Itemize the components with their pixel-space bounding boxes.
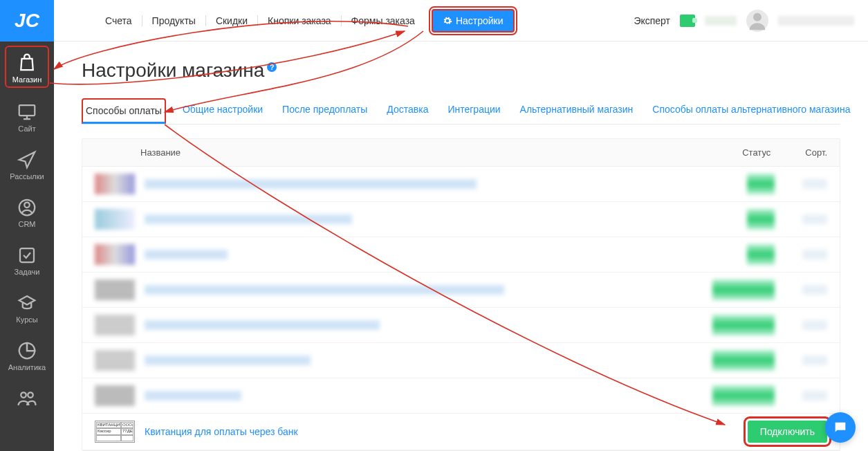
col-name: Название [140, 147, 181, 158]
menu-products[interactable]: Продукты [142, 15, 206, 26]
graduation-icon [17, 293, 37, 313]
sidebar-item-mail[interactable]: Рассылки [5, 144, 49, 183]
header: Счета Продукты Скидки Кнопки заказа Форм… [54, 0, 868, 42]
shopping-bag-icon [17, 53, 37, 73]
table-row[interactable] [82, 237, 840, 273]
table-header: Название Статус Сорт. [82, 139, 840, 167]
expert-link[interactable]: Эксперт [634, 15, 670, 26]
sidebar-item-analytics[interactable]: Аналитика [5, 335, 49, 374]
menu-invoices[interactable]: Счета [95, 15, 142, 26]
sidebar-item-label: Задачи [15, 268, 40, 276]
sidebar-item-label: Аналитика [8, 363, 46, 371]
tab-general[interactable]: Общие настройки [180, 98, 266, 124]
sidebar-item-users[interactable] [5, 383, 49, 414]
svg-rect-0 [19, 105, 35, 116]
sidebar-item-label: Рассылки [10, 172, 44, 181]
check-square-icon [17, 245, 37, 266]
table-row[interactable] [82, 273, 840, 308]
main-content: Настройки магазина ? Способы оплаты Общи… [54, 42, 868, 451]
sidebar-item-label: Магазин [12, 75, 41, 84]
balance-amount [705, 16, 737, 26]
menu-order-buttons[interactable]: Кнопки заказа [258, 15, 342, 26]
settings-button[interactable]: Настройки [432, 9, 515, 33]
settings-button-label: Настройки [456, 15, 504, 26]
sidebar-item-label: Сайт [18, 125, 35, 133]
col-status: Статус [742, 147, 770, 158]
help-icon[interactable]: ? [267, 62, 277, 72]
sidebar: JC Магазин Сайт Рассылки CRM Задачи Курс… [0, 0, 54, 451]
connect-button[interactable]: Подключить [748, 421, 827, 443]
wallet-icon[interactable] [680, 15, 695, 27]
tabs: Способы оплаты Общие настройки После пре… [82, 98, 840, 125]
svg-point-4 [21, 392, 26, 398]
chat-bubble-button[interactable] [825, 412, 856, 443]
header-right: Эксперт [634, 10, 854, 32]
monitor-icon [17, 102, 37, 122]
tab-alt-store[interactable]: Альтернативный магазин [517, 98, 636, 124]
chat-icon [833, 420, 848, 435]
svg-rect-3 [20, 248, 34, 262]
user-circle-icon [17, 197, 37, 218]
svg-point-6 [754, 13, 761, 21]
pie-chart-icon [17, 340, 37, 361]
sidebar-item-label: CRM [18, 220, 35, 228]
logo: JC [0, 0, 54, 42]
users-icon [17, 388, 37, 409]
sidebar-item-courses[interactable]: Курсы [5, 287, 49, 326]
col-sort: Сорт. [805, 147, 827, 158]
table-row[interactable] [82, 378, 840, 414]
sidebar-item-shop[interactable]: Магазин [5, 46, 49, 88]
username-label [778, 16, 854, 26]
page-title: Настройки магазина ? [82, 59, 840, 82]
tab-after-prepay[interactable]: После предоплаты [279, 98, 370, 124]
payment-methods-table: Название Статус Сорт. КВИТАНЦИЯООО» Касс… [82, 138, 840, 451]
sidebar-item-label: Курсы [16, 315, 37, 324]
table-row[interactable] [82, 308, 840, 343]
table-row[interactable] [82, 343, 840, 378]
table-row[interactable] [82, 202, 840, 237]
bank-receipt-link[interactable]: Квитанция для оплаты через банк [145, 426, 298, 437]
tab-payment-methods[interactable]: Способы оплаты [82, 98, 166, 124]
menu-order-forms[interactable]: Формы заказа [342, 15, 425, 26]
sidebar-item-tasks[interactable]: Задачи [5, 239, 49, 279]
sidebar-item-crm[interactable]: CRM [5, 192, 49, 231]
tab-delivery[interactable]: Доставка [384, 98, 431, 124]
svg-point-2 [24, 203, 30, 208]
tab-alt-store-payments[interactable]: Способы оплаты альтернативного магазина [649, 98, 853, 124]
menu-discounts[interactable]: Скидки [206, 15, 258, 26]
top-menu: Счета Продукты Скидки Кнопки заказа Форм… [95, 9, 515, 33]
table-row[interactable] [82, 167, 840, 202]
send-icon [17, 149, 37, 170]
svg-point-5 [28, 392, 33, 398]
sidebar-item-site[interactable]: Сайт [5, 96, 49, 136]
receipt-thumbnail-icon: КВИТАНЦИЯООО» Кассир77ДЕ [95, 421, 135, 443]
user-avatar[interactable] [746, 10, 768, 32]
tab-integrations[interactable]: Интеграции [445, 98, 503, 124]
gear-icon [443, 16, 452, 26]
table-row-bank-receipt[interactable]: КВИТАНЦИЯООО» Кассир77ДЕ Квитанция для о… [82, 414, 840, 450]
